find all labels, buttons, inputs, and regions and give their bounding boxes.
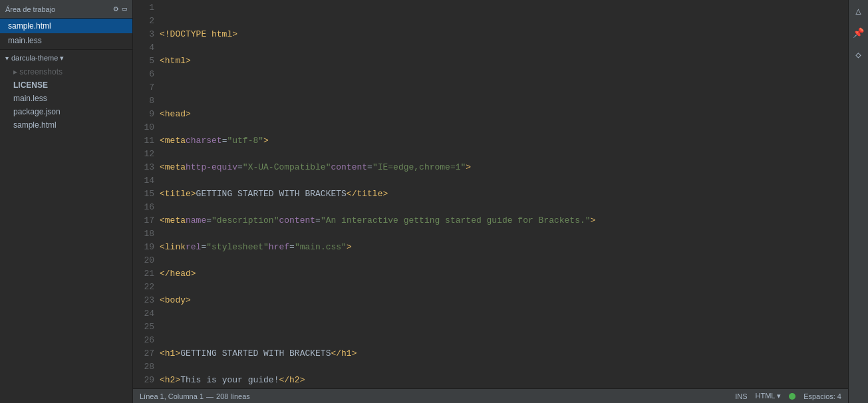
status-left: Línea 1, Columna 1 — 208 líneas xyxy=(140,392,250,400)
folder-header[interactable]: ▾ darcula-theme ▾ xyxy=(0,51,132,65)
right-sidebar: △ 📌 ◇ xyxy=(848,0,868,403)
code-line-7: <meta http-equiv="X-UA-Compatible" conte… xyxy=(160,161,848,174)
code-container: 12345 678910 1112131415 1617181920 21222… xyxy=(133,0,848,388)
sidebar-header: Área de trabajo ⚙ ▭ xyxy=(0,0,132,19)
pin-icon[interactable]: 📌 xyxy=(850,25,867,41)
main-layout: Área de trabajo ⚙ ▭ sample.html main.les… xyxy=(0,0,868,403)
folder-file-sample-html[interactable]: sample.html xyxy=(5,118,132,132)
code-line-12: <body> xyxy=(160,294,848,307)
folder-file-screenshots[interactable]: ▸ screenshots xyxy=(5,65,132,78)
workspace-title: Área de trabajo xyxy=(5,5,55,13)
code-line-2: <!DOCTYPE html> xyxy=(160,28,848,41)
line-numbers: 12345 678910 1112131415 1617181920 21222… xyxy=(133,0,160,388)
extension-icon[interactable]: ◇ xyxy=(853,47,863,63)
folder-file-package-json[interactable]: package.json xyxy=(5,105,132,118)
code-line-9: <meta name="description" content="An int… xyxy=(160,214,848,227)
code-line-14: <h1>GETTING STARTED WITH BRACKETS</h1> xyxy=(160,347,848,360)
code-editor[interactable]: <!DOCTYPE html> <html> <head> <meta char… xyxy=(160,0,848,388)
sidebar-header-icons: ⚙ ▭ xyxy=(114,4,127,14)
code-line-10: <link rel="stylesheet" href="main.css"> xyxy=(160,241,848,254)
editor-area: 12345 678910 1112131415 1617181920 21222… xyxy=(133,0,848,403)
spaces-setting[interactable]: Espacios: 4 xyxy=(803,392,841,400)
code-line-3: <html> xyxy=(160,55,848,68)
collapse-icon[interactable]: ▭ xyxy=(122,4,127,14)
open-file-main-less[interactable]: main.less xyxy=(0,33,132,48)
separator: — xyxy=(206,392,214,400)
code-line-11: </head> xyxy=(160,267,848,281)
folder-file-main-less[interactable]: main.less xyxy=(5,92,132,105)
open-file-sample-html[interactable]: sample.html xyxy=(0,19,132,33)
code-line-8: <title>GETTING STARTED WITH BRACKETS</ti… xyxy=(160,188,848,201)
status-bar: Línea 1, Columna 1 — 208 líneas INS HTML… xyxy=(133,388,848,403)
code-line-5: <head> xyxy=(160,108,848,121)
code-line-15: <h2>This is your guide!</h2> xyxy=(160,374,848,387)
folder-arrow-icon: ▾ xyxy=(5,55,9,62)
folder-name: darcula-theme ▾ xyxy=(11,54,64,63)
status-right: INS HTML ▾ Espacios: 4 xyxy=(735,392,841,400)
live-preview-icon[interactable]: △ xyxy=(853,3,863,19)
sidebar-divider xyxy=(0,49,132,50)
folder-file-license[interactable]: LICENSE xyxy=(5,78,132,92)
code-line-1 xyxy=(160,1,848,15)
status-dot-icon xyxy=(789,393,796,400)
code-line-4 xyxy=(160,81,848,94)
sidebar: Área de trabajo ⚙ ▭ sample.html main.les… xyxy=(0,0,133,403)
folder-files: ▸ screenshots LICENSE main.less package.… xyxy=(0,65,132,132)
language-selector[interactable]: HTML ▾ xyxy=(756,392,782,400)
open-files-list: sample.html main.less xyxy=(0,19,132,48)
settings-icon[interactable]: ⚙ xyxy=(114,4,118,14)
insert-mode: INS xyxy=(735,392,747,400)
code-line-6: <meta charset="utf-8"> xyxy=(160,134,848,148)
line-count: 208 líneas xyxy=(216,392,250,400)
code-line-13 xyxy=(160,321,848,334)
cursor-position: Línea 1, Columna 1 xyxy=(140,392,204,400)
folder-section: ▾ darcula-theme ▾ ▸ screenshots LICENSE … xyxy=(0,51,132,132)
